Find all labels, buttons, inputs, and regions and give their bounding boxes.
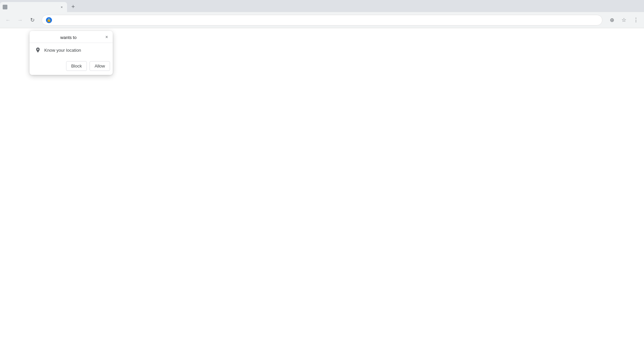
forward-icon: →: [17, 17, 23, 23]
popup-actions: Block Allow: [30, 61, 113, 75]
address-bar[interactable]: 🔒: [42, 15, 602, 26]
refresh-icon: ↻: [30, 17, 35, 23]
star-icon: ☆: [622, 17, 626, 23]
bookmark-button[interactable]: ☆: [619, 15, 629, 26]
new-tab-button[interactable]: +: [68, 2, 78, 11]
back-icon: ←: [5, 17, 11, 23]
permission-description: Know your location: [44, 48, 81, 53]
nav-right-icons: ⊕ ☆ ⋮: [606, 15, 641, 26]
location-pin-icon: [35, 47, 41, 53]
location-icon: ⊕: [610, 17, 614, 23]
allow-button[interactable]: Allow: [90, 61, 110, 71]
nav-bar: ← → ↻ 🔒 ⊕ ☆ ⋮: [0, 12, 644, 28]
block-button[interactable]: Block: [66, 61, 87, 71]
tab-favicon: [3, 5, 7, 9]
menu-button[interactable]: ⋮: [631, 15, 641, 26]
security-icon: 🔒: [46, 17, 52, 23]
active-tab[interactable]: ×: [0, 2, 67, 12]
browser-frame: × + ← → ↻ 🔒 ⊕ ☆ ⋮: [0, 0, 644, 351]
lock-icon: 🔒: [47, 18, 51, 22]
refresh-button[interactable]: ↻: [27, 15, 38, 26]
permission-item: Know your location: [35, 47, 107, 53]
tab-bar: × +: [0, 0, 644, 12]
forward-button[interactable]: →: [15, 15, 25, 26]
popup-title: wants to: [60, 35, 76, 40]
popup-body: Know your location: [30, 43, 113, 61]
back-button[interactable]: ←: [3, 15, 13, 26]
location-services-button[interactable]: ⊕: [606, 15, 617, 26]
more-icon: ⋮: [633, 17, 639, 23]
page-content: wants to × Know your location Block Allo…: [0, 28, 644, 351]
tab-close-button[interactable]: ×: [59, 4, 64, 10]
popup-header: wants to ×: [30, 31, 113, 43]
permission-popup: wants to × Know your location Block Allo…: [30, 31, 113, 75]
popup-close-button[interactable]: ×: [103, 34, 110, 40]
